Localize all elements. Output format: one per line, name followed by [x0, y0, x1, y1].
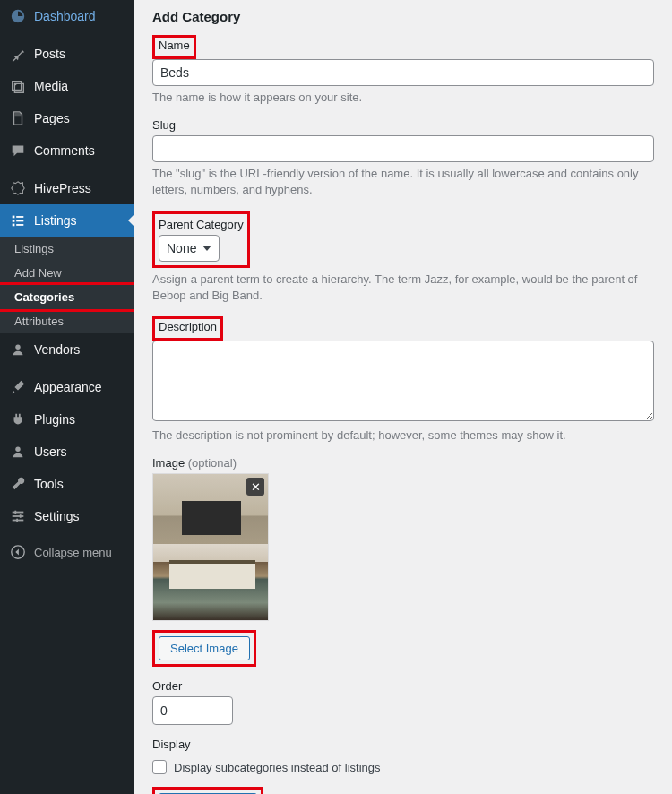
svg-point-0: [14, 83, 16, 85]
svg-rect-1: [13, 216, 15, 219]
sidebar-item-label: Media: [34, 79, 68, 93]
image-preview: ✕: [152, 473, 269, 621]
field-submit: Add Category: [152, 787, 654, 794]
highlight-annotation: Select Image: [152, 630, 256, 667]
submenu-item-attributes[interactable]: Attributes: [0, 309, 134, 333]
parent-select[interactable]: None: [159, 235, 220, 262]
sidebar-item-users[interactable]: Users: [0, 436, 134, 468]
description-textarea[interactable]: [152, 341, 654, 421]
user-icon: [9, 443, 27, 461]
slug-help: The "slug" is the URL-friendly version o…: [152, 166, 654, 198]
sidebar-item-appearance[interactable]: Appearance: [0, 371, 134, 403]
sidebar-item-plugins[interactable]: Plugins: [0, 403, 134, 436]
sidebar-item-label: Vendors: [34, 342, 80, 357]
display-checkbox-label: Display subcategories instead of listing…: [174, 761, 381, 774]
name-input[interactable]: [152, 59, 654, 86]
sidebar-item-pages[interactable]: Pages: [0, 102, 134, 134]
sidebar-item-hivepress[interactable]: HivePress: [0, 172, 134, 204]
wrench-icon: [9, 475, 27, 493]
sidebar-item-listings[interactable]: Listings: [0, 204, 134, 237]
svg-rect-2: [16, 216, 23, 218]
sidebar-item-label: Appearance: [34, 380, 102, 394]
form-title: Add Category: [152, 9, 654, 24]
sidebar-item-label: Dashboard: [34, 9, 96, 23]
select-image-button[interactable]: Select Image: [159, 636, 250, 660]
highlight-annotation: Add Category: [152, 787, 263, 794]
sidebar-item-posts[interactable]: Posts: [0, 38, 134, 70]
admin-sidebar: Dashboard Posts Media Pages Comments Hiv…: [0, 0, 134, 794]
sidebar-item-label: Pages: [34, 111, 70, 125]
pin-icon: [9, 45, 27, 63]
field-name: Name The name is how it appears on your …: [152, 35, 654, 106]
display-subcategories-checkbox[interactable]: [152, 760, 167, 774]
sidebar-item-media[interactable]: Media: [0, 70, 134, 102]
field-description: Description The description is not promi…: [152, 316, 654, 444]
brush-icon: [9, 378, 27, 396]
settings-sliders-icon: [9, 507, 27, 525]
svg-rect-14: [16, 519, 18, 522]
main-content: Add Category Name The name is how it app…: [134, 0, 672, 794]
field-parent: Parent Category None Assign a parent ter…: [152, 211, 654, 304]
slug-label: Slug: [152, 118, 176, 132]
pages-icon: [9, 109, 27, 127]
parent-label: Parent Category: [159, 218, 244, 231]
svg-rect-9: [13, 512, 24, 514]
submenu-item-listings[interactable]: Listings: [0, 237, 134, 261]
submenu-item-categories[interactable]: Categories: [0, 285, 134, 309]
sidebar-item-label: Plugins: [34, 412, 75, 427]
plug-icon: [9, 410, 27, 428]
image-label: Image (optional): [152, 456, 237, 470]
parent-help: Assign a parent term to create a hierarc…: [152, 272, 654, 304]
name-help: The name is how it appears on your site.: [152, 90, 654, 106]
field-image: Image (optional) ✕ Select Image: [152, 456, 654, 667]
sidebar-item-label: Comments: [34, 143, 95, 158]
listings-submenu: Listings Add New Categories Attributes: [0, 237, 134, 333]
svg-rect-12: [14, 511, 16, 514]
highlight-annotation: Name: [152, 35, 196, 59]
order-label: Order: [152, 679, 182, 693]
svg-point-7: [15, 345, 20, 350]
sidebar-item-label: HivePress: [34, 181, 91, 195]
order-input[interactable]: [152, 696, 233, 725]
highlight-annotation: Parent Category None: [152, 211, 250, 268]
collapse-icon: [9, 543, 27, 561]
dashboard-icon: [9, 7, 27, 25]
svg-rect-10: [13, 515, 24, 517]
sidebar-item-tools[interactable]: Tools: [0, 468, 134, 500]
close-icon: ✕: [251, 480, 261, 494]
vendor-icon: [9, 341, 27, 358]
field-order: Order: [152, 679, 654, 725]
bedroom-thumbnail: [153, 474, 268, 620]
svg-rect-3: [13, 220, 15, 222]
submenu-item-add-new[interactable]: Add New: [0, 261, 134, 285]
highlight-annotation: Description: [152, 316, 223, 341]
name-label: Name: [159, 39, 190, 52]
sidebar-item-label: Posts: [34, 47, 65, 61]
field-slug: Slug The "slug" is the URL-friendly vers…: [152, 118, 654, 198]
comment-icon: [9, 142, 27, 160]
list-icon: [9, 211, 27, 229]
collapse-label: Collapse menu: [34, 546, 112, 559]
svg-rect-13: [20, 514, 22, 518]
description-label: Description: [159, 320, 217, 333]
sidebar-item-comments[interactable]: Comments: [0, 134, 134, 167]
svg-point-8: [15, 447, 20, 452]
svg-rect-4: [16, 220, 23, 222]
display-label: Display: [152, 738, 191, 751]
sidebar-item-vendors[interactable]: Vendors: [0, 333, 134, 366]
description-help: The description is not prominent by defa…: [152, 427, 654, 444]
sidebar-item-dashboard[interactable]: Dashboard: [0, 0, 134, 32]
field-display: Display Display subcategories instead of…: [152, 738, 654, 774]
media-icon: [9, 77, 27, 95]
sidebar-item-label: Users: [34, 444, 67, 459]
sidebar-item-settings[interactable]: Settings: [0, 500, 134, 532]
sidebar-item-label: Settings: [34, 509, 80, 523]
svg-rect-6: [16, 224, 23, 226]
hivepress-icon: [9, 179, 27, 197]
slug-input[interactable]: [152, 135, 654, 162]
remove-image-button[interactable]: ✕: [246, 478, 264, 496]
svg-rect-5: [13, 224, 15, 227]
sidebar-item-label: Listings: [34, 213, 76, 228]
collapse-menu-button[interactable]: Collapse menu: [0, 536, 134, 568]
sidebar-item-label: Tools: [34, 477, 64, 491]
